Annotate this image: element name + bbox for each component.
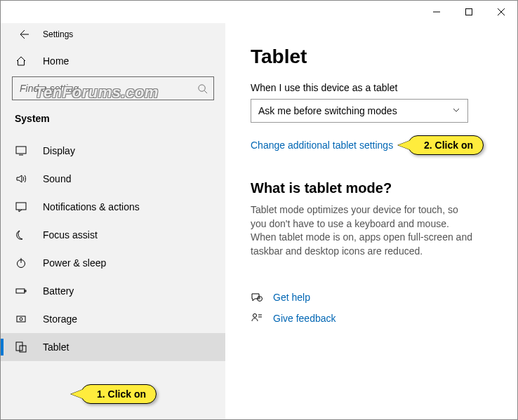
sidebar-home-label: Home xyxy=(43,55,69,67)
svg-point-14 xyxy=(20,318,22,320)
feedback-icon xyxy=(251,313,263,324)
get-help-link[interactable]: ? Get help xyxy=(251,292,492,303)
notifications-icon xyxy=(15,201,27,212)
help-link-label: Get help xyxy=(273,292,310,303)
sidebar-item-label: Battery xyxy=(43,285,74,297)
sidebar-item-focus-assist[interactable]: Focus assist xyxy=(1,221,225,249)
svg-rect-12 xyxy=(25,290,26,292)
close-button[interactable] xyxy=(485,1,517,23)
sidebar-item-notifications[interactable]: Notifications & actions xyxy=(1,193,225,221)
sidebar-item-label: Power & sleep xyxy=(43,257,106,269)
additional-settings-link[interactable]: Change additional tablet settings xyxy=(251,140,393,151)
sidebar-item-storage[interactable]: Storage xyxy=(1,305,225,333)
svg-rect-6 xyxy=(16,147,26,154)
titlebar xyxy=(1,1,517,23)
sidebar-item-label: Storage xyxy=(43,313,77,325)
sidebar-home[interactable]: Home xyxy=(1,48,225,74)
nav-list: Display Sound Notifications & actions Fo… xyxy=(1,137,225,361)
sidebar-item-battery[interactable]: Battery xyxy=(1,277,225,305)
help-icon: ? xyxy=(251,292,263,303)
tablet-icon xyxy=(15,341,27,353)
search-box[interactable] xyxy=(12,76,214,100)
select-value: Ask me before switching modes xyxy=(258,105,397,116)
app-title: Settings xyxy=(43,29,73,39)
search-icon xyxy=(191,83,213,94)
power-icon xyxy=(15,257,27,269)
home-icon xyxy=(15,55,27,67)
tablet-mode-select[interactable]: Ask me before switching modes xyxy=(251,99,468,123)
focus-assist-icon xyxy=(15,229,27,241)
svg-rect-11 xyxy=(16,289,25,293)
sidebar-item-label: Sound xyxy=(43,173,71,184)
svg-text:?: ? xyxy=(259,297,261,301)
sidebar: Settings Home System Display Sound xyxy=(1,23,225,419)
sound-icon xyxy=(15,173,27,184)
storage-icon xyxy=(15,313,27,325)
page-title: Tablet xyxy=(251,46,492,68)
sidebar-group-label: System xyxy=(1,107,225,131)
sidebar-item-sound[interactable]: Sound xyxy=(1,165,225,193)
setting-label: When I use this device as a tablet xyxy=(251,82,492,93)
annotation-callout-2: 2. Click on xyxy=(408,135,484,155)
sidebar-item-label: Tablet xyxy=(43,341,69,353)
give-feedback-link[interactable]: Give feedback xyxy=(251,313,492,324)
sidebar-item-tablet[interactable]: Tablet xyxy=(1,333,225,361)
sidebar-item-label: Notifications & actions xyxy=(43,201,140,212)
minimize-button[interactable] xyxy=(420,1,453,23)
feedback-link-label: Give feedback xyxy=(273,313,336,324)
section-description: Tablet mode optimizes your device for to… xyxy=(251,203,475,258)
svg-rect-1 xyxy=(466,9,472,15)
annotation-callout-1: 1. Click on xyxy=(81,384,157,404)
sidebar-item-power-sleep[interactable]: Power & sleep xyxy=(1,249,225,277)
svg-point-4 xyxy=(198,84,204,90)
sidebar-item-display[interactable]: Display xyxy=(1,137,225,165)
content-area: Tablet When I use this device as a table… xyxy=(225,23,517,419)
display-icon xyxy=(15,145,27,156)
window-controls xyxy=(420,1,517,23)
section-title: What is tablet mode? xyxy=(251,180,492,196)
maximize-button[interactable] xyxy=(453,1,485,23)
sidebar-item-label: Display xyxy=(43,145,75,156)
svg-rect-8 xyxy=(16,203,26,210)
svg-rect-13 xyxy=(17,316,25,322)
svg-line-5 xyxy=(204,90,207,93)
battery-icon xyxy=(15,285,27,297)
svg-point-19 xyxy=(253,314,257,318)
chevron-down-icon xyxy=(452,105,460,116)
back-button[interactable] xyxy=(15,26,32,43)
search-input[interactable] xyxy=(13,83,191,94)
sidebar-item-label: Focus assist xyxy=(43,229,98,241)
